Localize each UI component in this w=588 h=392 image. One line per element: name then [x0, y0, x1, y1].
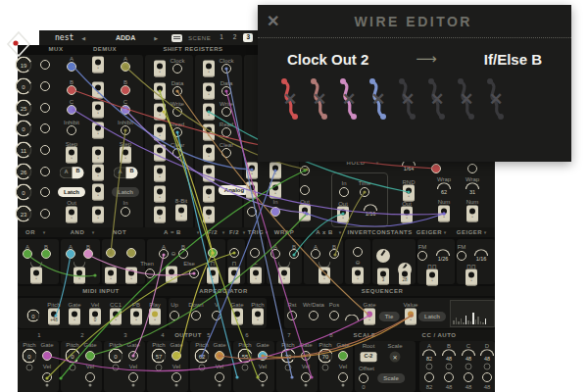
- switch[interactable]: •: [426, 270, 438, 286]
- dial[interactable]: 48: [442, 349, 456, 363]
- switch[interactable]: •: [438, 206, 450, 222]
- port[interactable]: [170, 311, 179, 320]
- wire-gray-1[interactable]: ✕: [393, 74, 422, 124]
- switch[interactable]: 28: [399, 269, 411, 285]
- port[interactable]: [126, 248, 136, 258]
- port[interactable]: [417, 251, 427, 261]
- switch[interactable]: 3: [377, 269, 389, 285]
- port[interactable]: [189, 269, 199, 278]
- knob[interactable]: 0: [27, 310, 40, 322]
- port[interactable]: [172, 86, 182, 96]
- trim-port[interactable]: [484, 364, 491, 370]
- trim-port[interactable]: [242, 365, 249, 371]
- wire-rose[interactable]: ✕: [305, 74, 334, 124]
- port[interactable]: [311, 249, 320, 259]
- port[interactable]: [424, 372, 434, 382]
- switch[interactable]: •: [154, 124, 166, 141]
- port[interactable]: [329, 249, 339, 259]
- port[interactable]: [444, 372, 454, 382]
- port[interactable]: [229, 248, 239, 258]
- switch[interactable]: •: [74, 268, 85, 284]
- gate-port[interactable]: [258, 351, 268, 361]
- knob[interactable]: 25: [16, 100, 32, 117]
- trim-port[interactable]: [199, 365, 206, 371]
- port[interactable]: [300, 166, 310, 175]
- ab-toggle[interactable]: AB: [60, 167, 84, 178]
- port[interactable]: [467, 164, 477, 173]
- trim-port[interactable]: [26, 365, 33, 371]
- switch[interactable]: •: [66, 147, 77, 164]
- port[interactable]: [221, 64, 231, 74]
- knob[interactable]: 0: [16, 121, 32, 137]
- gate-port[interactable]: [215, 351, 224, 361]
- switch[interactable]: •: [246, 163, 258, 179]
- switch[interactable]: •: [401, 207, 413, 223]
- port[interactable]: [41, 249, 51, 259]
- port[interactable]: [329, 311, 339, 320]
- port[interactable]: [309, 311, 318, 320]
- trim-port[interactable]: [285, 365, 292, 371]
- scene-tab-2[interactable]: 2: [230, 33, 240, 42]
- knob[interactable]: 70: [318, 349, 333, 364]
- switch[interactable]: •: [352, 268, 364, 284]
- port[interactable]: [221, 86, 231, 96]
- knob[interactable]: 62: [195, 349, 210, 364]
- knob[interactable]: 57: [152, 349, 167, 364]
- port[interactable]: [208, 248, 218, 258]
- switch[interactable]: •: [364, 309, 375, 325]
- port[interactable]: [40, 123, 50, 133]
- port[interactable]: [40, 187, 50, 197]
- switch[interactable]: •: [120, 147, 131, 164]
- port[interactable]: [40, 145, 50, 155]
- gate-port[interactable]: [85, 351, 95, 361]
- latch-button[interactable]: Latch: [58, 187, 85, 197]
- switch[interactable]: •: [246, 182, 258, 199]
- trim-port[interactable]: [113, 365, 120, 371]
- port[interactable]: [431, 164, 441, 173]
- switch[interactable]: •: [110, 309, 122, 325]
- dial[interactable]: 1/16: [364, 204, 377, 218]
- gate-port[interactable]: [128, 351, 138, 361]
- port[interactable]: [172, 127, 182, 137]
- switch[interactable]: •: [92, 122, 104, 139]
- switch[interactable]: •: [130, 309, 142, 325]
- port[interactable]: [67, 125, 76, 135]
- wire-gray-3[interactable]: ✕: [452, 74, 481, 124]
- ab-toggle[interactable]: AB: [114, 167, 138, 178]
- switch[interactable]: •: [318, 268, 330, 284]
- port[interactable]: [67, 85, 76, 95]
- port[interactable]: [40, 209, 50, 219]
- dial[interactable]: 1/26: [436, 249, 450, 263]
- vel-port[interactable]: [172, 372, 181, 382]
- switch[interactable]: •: [228, 268, 240, 284]
- knob[interactable]: 19: [16, 57, 32, 74]
- gate-port[interactable]: [301, 351, 311, 361]
- port[interactable]: [106, 248, 116, 258]
- switch[interactable]: •: [203, 186, 215, 203]
- switch[interactable]: •: [231, 309, 243, 325]
- knob[interactable]: 0: [109, 349, 123, 364]
- switch[interactable]: •: [250, 268, 262, 284]
- close-icon[interactable]: ✕: [267, 12, 279, 30]
- port[interactable]: [464, 372, 473, 382]
- switch[interactable]: •: [466, 206, 478, 222]
- port[interactable]: [359, 373, 368, 383]
- switch[interactable]: •: [92, 102, 104, 119]
- switch[interactable]: •: [92, 57, 104, 74]
- port[interactable]: [121, 105, 130, 115]
- switch[interactable]: •: [92, 82, 104, 99]
- dial[interactable]: 62: [437, 182, 451, 196]
- switch[interactable]: •: [403, 185, 415, 202]
- port[interactable]: [67, 105, 76, 115]
- port[interactable]: [121, 207, 130, 217]
- switch[interactable]: •: [125, 268, 137, 284]
- switch[interactable]: •: [203, 207, 215, 223]
- knob[interactable]: 0: [16, 78, 32, 95]
- switch[interactable]: •: [203, 61, 215, 77]
- gate-port[interactable]: [172, 351, 181, 361]
- switch[interactable]: •: [203, 104, 215, 121]
- switch[interactable]: •: [154, 186, 166, 203]
- delete-wire-icon[interactable]: ✕: [283, 89, 297, 110]
- switch[interactable]: •: [154, 145, 166, 162]
- port[interactable]: [287, 311, 297, 320]
